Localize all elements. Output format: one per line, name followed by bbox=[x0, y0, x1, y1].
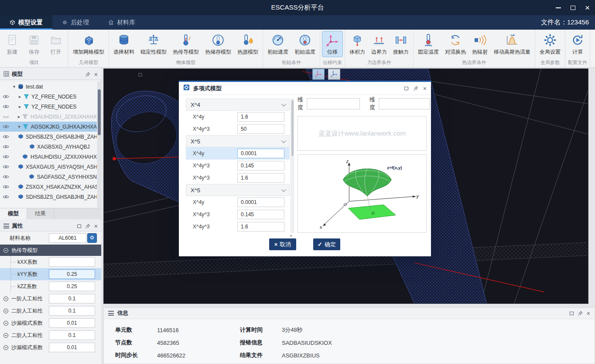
ribbon-button-thermo-store[interactable]: 热储存模型 bbox=[202, 31, 234, 57]
dimension-input-1[interactable] bbox=[379, 98, 430, 109]
ribbon-button-radiation[interactable]: 热辐射 bbox=[469, 31, 490, 57]
tree-item-4[interactable]: ▾AGSGKJKG_GJHXAJKHXA bbox=[0, 122, 97, 132]
polynomial-row-8[interactable]: X^4y bbox=[186, 196, 290, 208]
pin-icon[interactable] bbox=[578, 311, 583, 316]
property-row-4[interactable]: 一阶人工粘性 bbox=[0, 293, 101, 305]
property-input-6[interactable] bbox=[49, 318, 95, 328]
expand-arrow-icon[interactable]: ▸ bbox=[17, 104, 23, 109]
collapse-icon[interactable] bbox=[3, 321, 8, 326]
property-row-3[interactable]: kZZ系数 bbox=[0, 280, 101, 293]
restore-icon[interactable] bbox=[570, 312, 574, 315]
close-icon[interactable]: × bbox=[94, 71, 98, 78]
dialog-header[interactable]: 多项式模型 × bbox=[179, 82, 431, 95]
coefficient-input-10[interactable] bbox=[237, 222, 284, 231]
close-icon[interactable]: × bbox=[423, 85, 427, 92]
viewport-tool-displacement[interactable] bbox=[312, 69, 325, 80]
ribbon-button-mesh-cube[interactable]: 增加网格模型 bbox=[70, 31, 107, 57]
expand-arrow-icon[interactable]: ▾ bbox=[17, 124, 22, 129]
polynomial-row-4[interactable]: X^4y bbox=[186, 147, 290, 160]
coefficient-input-1[interactable] bbox=[237, 112, 284, 122]
property-input-8[interactable] bbox=[49, 343, 95, 352]
property-row-2[interactable]: kYY系数 bbox=[0, 268, 101, 280]
property-input-1[interactable] bbox=[49, 257, 95, 267]
restore-icon[interactable] bbox=[404, 87, 408, 90]
collapse-icon[interactable] bbox=[3, 345, 8, 350]
ribbon-button-body-force[interactable]: 体积力 bbox=[347, 31, 368, 57]
eye-icon[interactable] bbox=[0, 174, 11, 179]
coefficient-input-4[interactable] bbox=[237, 149, 284, 158]
ribbon-button-save[interactable]: 保存 bbox=[24, 31, 44, 57]
ribbon-button-init-temp[interactable]: 初始温度 bbox=[292, 31, 318, 57]
ribbon-button-convection[interactable]: 对流换热 bbox=[442, 31, 468, 57]
expand-arrow-icon[interactable]: ▾ bbox=[11, 84, 17, 89]
ribbon-button-scale[interactable]: 稳定性模型 bbox=[138, 31, 169, 57]
property-row-0[interactable]: 热传导模型 bbox=[0, 245, 101, 256]
ribbon-button-doc-new[interactable]: 新建 bbox=[2, 31, 23, 57]
tree-item-5[interactable]: SDHSBJZS_GHSABJHB_ZAHU bbox=[0, 132, 97, 142]
property-row-6[interactable]: 沙漏模式系数 bbox=[0, 317, 101, 329]
polynomial-row-0[interactable]: X^4 bbox=[186, 99, 290, 111]
polynomial-row-10[interactable]: X^4y^3 bbox=[186, 221, 290, 233]
polynomial-row-3[interactable]: X^5 bbox=[186, 135, 290, 147]
pin-icon[interactable] bbox=[413, 86, 418, 91]
polynomial-row-9[interactable]: X^4y^3 bbox=[186, 208, 290, 221]
polynomial-row-7[interactable]: X^5 bbox=[186, 184, 290, 196]
ribbon-button-material-db[interactable]: 选择材料 bbox=[111, 31, 137, 57]
expand-arrow-icon[interactable]: ▸ bbox=[17, 94, 23, 99]
chevron-down-icon[interactable] bbox=[281, 102, 286, 106]
tree-item-10[interactable]: ZSXGX_HSAKAZNZXK_AHASX bbox=[0, 182, 97, 192]
tree-item-3[interactable]: ▸HSAUHDISU_JZXIUXHAHX bbox=[0, 112, 97, 122]
ribbon-button-gauss-flux[interactable]: 移动高斯热流量 bbox=[491, 31, 533, 57]
chevron-down-icon[interactable] bbox=[281, 187, 286, 192]
property-row-5[interactable]: 二阶人工粘性 bbox=[0, 305, 101, 317]
eye-icon[interactable] bbox=[0, 134, 11, 139]
ribbon-button-thermo-conduct[interactable]: 热传导模型 bbox=[170, 31, 202, 57]
tree-item-0[interactable]: ▾test.dat bbox=[0, 82, 97, 92]
eye-icon[interactable] bbox=[0, 164, 11, 169]
coefficient-input-6[interactable] bbox=[237, 173, 284, 183]
property-input-7[interactable] bbox=[49, 330, 95, 340]
eye-icon[interactable] bbox=[0, 124, 11, 129]
tree-item-8[interactable]: XSAXGAUS_AISYAQSH_ASHX bbox=[0, 162, 97, 172]
dimension-input-0[interactable] bbox=[307, 98, 360, 109]
tree-item-9[interactable]: SAGFASGZ_ASYHHXSN bbox=[0, 172, 97, 182]
ribbon-button-global-settings[interactable]: 全局设置 bbox=[537, 31, 563, 57]
restore-icon[interactable] bbox=[77, 225, 81, 228]
ribbon-button-thermo-source[interactable]: 热源模型 bbox=[235, 31, 261, 57]
panel-tab-1[interactable]: 结果 bbox=[27, 208, 54, 219]
polynomial-row-6[interactable]: X^4y^3 bbox=[186, 172, 290, 184]
eye-icon[interactable] bbox=[0, 144, 11, 149]
eye-icon[interactable] bbox=[0, 194, 11, 199]
property-row-8[interactable]: 沙漏模式系数 bbox=[0, 341, 101, 354]
scrollbar-thumb[interactable] bbox=[98, 89, 101, 135]
close-icon[interactable]: × bbox=[587, 310, 590, 316]
cancel-button[interactable]: × 取消 bbox=[269, 238, 296, 250]
property-row-7[interactable]: 二阶人工粘性 bbox=[0, 329, 101, 341]
polynomial-row-1[interactable]: X^4y bbox=[186, 111, 290, 123]
pin-icon[interactable] bbox=[85, 224, 90, 229]
ribbon-button-contact-force[interactable]: 接触力 bbox=[390, 31, 411, 57]
tree-item-2[interactable]: ▸YZ_FREE_NODES bbox=[0, 102, 97, 112]
ribbon-button-folder[interactable]: 打开 bbox=[45, 31, 66, 57]
tree-item-11[interactable]: SDHSBJZS_GHSABJHB_ZAHU bbox=[0, 192, 97, 202]
ribbon-button-fixed-temp[interactable]: 固定温度 bbox=[415, 31, 441, 57]
chevron-down-icon[interactable] bbox=[281, 138, 286, 143]
pin-icon[interactable] bbox=[85, 72, 90, 77]
material-settings-button[interactable] bbox=[87, 233, 97, 243]
polynomial-row-5[interactable]: X^4y^3 bbox=[186, 160, 290, 172]
expand-arrow-icon[interactable]: ▸ bbox=[16, 114, 22, 119]
close-icon[interactable]: × bbox=[585, 3, 590, 12]
tree-item-6[interactable]: XAGBSXG_AYHAQBJ bbox=[0, 142, 97, 152]
property-input-4[interactable] bbox=[49, 294, 95, 303]
material-name-input[interactable] bbox=[49, 233, 86, 243]
ok-button[interactable]: ✓ 确定 bbox=[313, 238, 340, 250]
property-input-3[interactable] bbox=[49, 282, 95, 291]
property-input-5[interactable] bbox=[49, 306, 95, 316]
ribbon-button-init-speed[interactable]: 初始速度 bbox=[265, 31, 291, 57]
collapse-icon[interactable] bbox=[3, 309, 8, 313]
coefficient-input-2[interactable] bbox=[237, 124, 284, 134]
panel-tab-0[interactable]: 模型 bbox=[0, 208, 27, 219]
coefficient-input-5[interactable] bbox=[237, 161, 284, 170]
tree-item-1[interactable]: ▸YZ_FREE_NODES bbox=[0, 92, 97, 102]
collapse-icon[interactable] bbox=[3, 333, 8, 338]
